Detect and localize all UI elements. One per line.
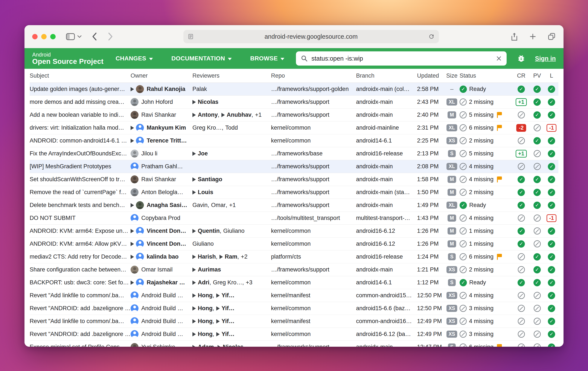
- change-owner[interactable]: Anagha Sasik…: [131, 201, 192, 209]
- change-repo[interactable]: kernel/common: [271, 305, 356, 312]
- clear-search-icon[interactable]: [496, 55, 502, 62]
- change-reviewers[interactable]: Joe: [192, 150, 271, 157]
- change-reviewers[interactable]: Harish,Ram,+2: [192, 253, 271, 260]
- change-reviewers[interactable]: Gavin,Omar,+1: [192, 202, 271, 208]
- change-row[interactable]: mediav2 CTS: Add retry for Decode… kalin…: [30, 251, 558, 263]
- sign-in-link[interactable]: Sign in: [535, 55, 556, 62]
- chevron-down-icon[interactable]: [77, 35, 82, 38]
- change-repo[interactable]: kernel/manifest: [271, 292, 356, 299]
- change-branch[interactable]: android16-6.12: [356, 240, 417, 247]
- change-owner[interactable]: Android Build …: [131, 317, 192, 325]
- change-branch[interactable]: android16-release: [356, 253, 417, 260]
- change-reviewers[interactable]: Adri,Greg Kro…,+3: [192, 279, 271, 286]
- change-repo[interactable]: kernel/common: [271, 240, 356, 247]
- change-subject[interactable]: drivers: virt: Initialization halla mod…: [30, 124, 131, 131]
- change-owner[interactable]: Omar Ismail: [131, 266, 192, 274]
- site-logo[interactable]: Android Open Source Project: [32, 52, 104, 65]
- change-reviewers[interactable]: Santiago: [192, 176, 271, 183]
- change-owner[interactable]: Yuri Schimke: [131, 343, 192, 347]
- tab-overview-button[interactable]: [548, 33, 556, 41]
- minimize-window-button[interactable]: [41, 34, 47, 39]
- change-subject[interactable]: Set shouldScanWithScreenOff to tr…: [30, 176, 131, 183]
- change-row[interactable]: Expose minimal set of Profile Cons… Yuri…: [30, 341, 558, 347]
- change-repo[interactable]: kernel/manifest: [271, 318, 356, 325]
- menu-changes[interactable]: CHANGES: [116, 55, 153, 62]
- menu-browse[interactable]: BROWSE: [250, 55, 284, 62]
- change-row[interactable]: Revert "Add linkfile to common/.ba… Andr…: [30, 315, 558, 328]
- change-reviewers[interactable]: Hong,Yif…: [192, 331, 271, 338]
- change-owner[interactable]: Copybara Prod: [131, 214, 192, 222]
- change-reviewers[interactable]: Greg Kro…,Todd: [192, 124, 271, 131]
- change-branch[interactable]: androidx-main: [356, 99, 417, 105]
- change-branch[interactable]: androidx-main: [356, 202, 417, 208]
- change-owner[interactable]: Android Build …: [131, 292, 192, 299]
- change-repo[interactable]: …/frameworks/support: [271, 189, 356, 196]
- change-repo[interactable]: …/frameworks/base: [271, 150, 356, 157]
- change-owner[interactable]: Pratham Gahl…: [131, 163, 192, 170]
- new-tab-button[interactable]: [529, 33, 536, 40]
- change-reviewers[interactable]: Aurimas: [192, 266, 271, 273]
- change-repo[interactable]: kernel/common: [271, 137, 356, 144]
- back-button[interactable]: [91, 32, 98, 41]
- change-subject[interactable]: ANDROID: KVM: arm64: Allow pKV…: [30, 240, 131, 247]
- change-subject[interactable]: Expose minimal set of Profile Cons…: [30, 344, 131, 347]
- change-subject[interactable]: ANDROID: common-android14-6.1 …: [30, 137, 131, 144]
- change-owner[interactable]: Vincent Donn…: [131, 227, 192, 235]
- change-reviewers[interactable]: Antony,Anubhav,+1: [192, 111, 271, 118]
- change-branch[interactable]: androidx-main (col…: [356, 86, 417, 92]
- change-reviewers[interactable]: Hong,Yif…: [192, 305, 271, 312]
- change-repo[interactable]: platform/cts: [271, 253, 356, 260]
- forward-button[interactable]: [107, 32, 114, 41]
- change-branch[interactable]: android16-6.12: [356, 228, 417, 234]
- zoom-window-button[interactable]: [50, 34, 56, 39]
- change-repo[interactable]: …/frameworks/support-golden: [271, 86, 356, 92]
- change-row[interactable]: DO NOT SUBMIT Copybara Prod …/tools/mult…: [30, 212, 558, 225]
- change-reviewers[interactable]: Louis: [192, 189, 271, 196]
- change-owner[interactable]: Mankyum Kim: [131, 124, 192, 132]
- change-subject[interactable]: Revert "ANDROID: add .bazelignore …: [30, 331, 131, 338]
- change-reviewers[interactable]: Palak: [192, 86, 271, 92]
- change-owner[interactable]: Terence Tritto…: [131, 137, 192, 145]
- change-row[interactable]: Share configuration cache between… Omar …: [30, 263, 558, 276]
- change-row[interactable]: ANDROID: KVM: arm64: Allow pKV… Vincent …: [30, 238, 558, 251]
- change-repo[interactable]: …/frameworks/support: [271, 266, 356, 273]
- menu-documentation[interactable]: DOCUMENTATION: [171, 55, 232, 62]
- search-input[interactable]: status:open -is:wip: [311, 55, 363, 62]
- change-row[interactable]: Set shouldScanWithScreenOff to tr… Ravi …: [30, 173, 558, 186]
- change-branch[interactable]: androidx-main: [356, 344, 417, 347]
- change-repo[interactable]: kernel/common: [271, 228, 356, 234]
- change-owner[interactable]: Rajashekar K…: [131, 279, 192, 286]
- change-owner[interactable]: Android Build …: [131, 304, 192, 312]
- change-owner[interactable]: Ravi Shankar: [131, 111, 192, 119]
- change-row[interactable]: Revert "Add linkfile to common/.ba… Andr…: [30, 289, 558, 302]
- change-reviewers[interactable]: Adam,Nicolas: [192, 344, 271, 347]
- change-repo[interactable]: kernel/common: [271, 331, 356, 338]
- share-button[interactable]: [511, 32, 518, 41]
- change-branch[interactable]: android16-release: [356, 150, 417, 157]
- change-subject[interactable]: [WIP] MeshGradient Prototypes: [30, 163, 131, 170]
- change-subject[interactable]: ANDROID: KVM: arm64: Expose un…: [30, 228, 131, 234]
- change-subject[interactable]: DO NOT SUBMIT: [30, 215, 131, 221]
- change-repo[interactable]: …/tools/multitest_transport: [271, 215, 356, 221]
- bug-report-icon[interactable]: [517, 54, 525, 63]
- change-branch[interactable]: android15-6.6 (baz…: [356, 305, 417, 312]
- change-row[interactable]: ANDROID: KVM: arm64: Expose un… Vincent …: [30, 225, 558, 238]
- change-subject[interactable]: Revert "Add linkfile to common/.ba…: [30, 318, 131, 325]
- change-branch[interactable]: androidx-main: [356, 176, 417, 183]
- change-reviewers[interactable]: Quentin,Giuliano: [192, 228, 271, 234]
- change-repo[interactable]: …/frameworks/support: [271, 163, 356, 170]
- change-row[interactable]: BACKPORT: usb: dwc3: core: Set fo… Rajas…: [30, 276, 558, 289]
- change-row[interactable]: Update golden images (auto-gener… Rahul …: [30, 83, 558, 96]
- change-branch[interactable]: common-android15…: [356, 292, 417, 299]
- change-repo[interactable]: kernel/common: [271, 279, 356, 286]
- change-subject[interactable]: BACKPORT: usb: dwc3: core: Set fo…: [30, 279, 131, 286]
- change-row[interactable]: [WIP] MeshGradient Prototypes Pratham Ga…: [30, 160, 558, 173]
- change-branch[interactable]: android16-6.12 (ba…: [356, 331, 417, 338]
- change-repo[interactable]: …/frameworks/support: [271, 99, 356, 105]
- change-row[interactable]: ANDROID: common-android14-6.1 … Terence …: [30, 134, 558, 147]
- change-branch[interactable]: androidx-main: [356, 111, 417, 118]
- change-subject[interactable]: Update golden images (auto-gener…: [30, 86, 131, 92]
- change-branch[interactable]: android14-6.1: [356, 137, 417, 144]
- change-subject[interactable]: Remove the read of `currentPage` f…: [30, 189, 131, 196]
- change-repo[interactable]: …/frameworks/support: [271, 202, 356, 208]
